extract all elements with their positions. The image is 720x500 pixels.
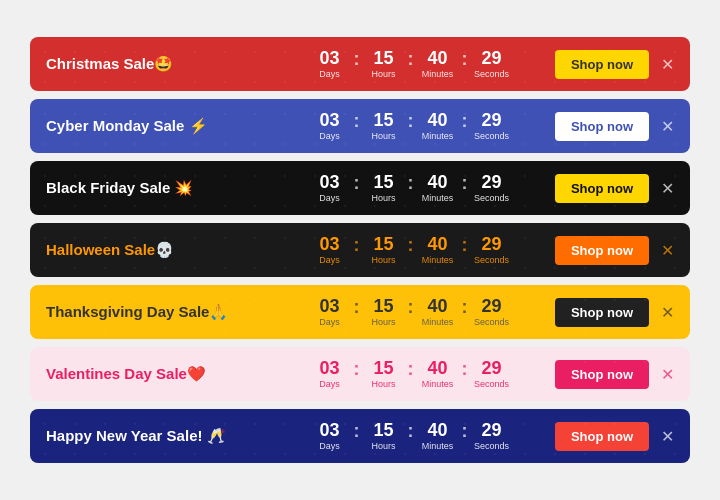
seconds-number: 29 (481, 235, 501, 255)
minutes-label: Minutes (422, 255, 454, 265)
banner-title-christmas: Christmas Sale🤩 (46, 55, 266, 73)
hours-number: 15 (373, 173, 393, 193)
minutes-block: 40 Minutes (419, 173, 455, 203)
separator-1: : (353, 359, 359, 380)
separator-2: : (407, 111, 413, 132)
days-block: 03 Days (311, 173, 347, 203)
hours-block: 15 Hours (365, 297, 401, 327)
days-label: Days (319, 441, 340, 451)
seconds-number: 29 (481, 421, 501, 441)
days-number: 03 (319, 235, 339, 255)
seconds-block: 29 Seconds (473, 421, 509, 451)
seconds-block: 29 Seconds (473, 235, 509, 265)
days-block: 03 Days (311, 297, 347, 327)
separator-3: : (461, 111, 467, 132)
countdown-blackfriday: 03 Days : 15 Hours : 40 Minutes : 29 Sec… (266, 173, 555, 203)
seconds-label: Seconds (474, 441, 509, 451)
minutes-label: Minutes (422, 193, 454, 203)
shop-now-button-halloween[interactable]: Shop now (555, 236, 649, 265)
shop-now-button-blackfriday[interactable]: Shop now (555, 174, 649, 203)
close-button-halloween[interactable]: ✕ (661, 241, 674, 260)
minutes-block: 40 Minutes (419, 235, 455, 265)
banner-valentines: Valentines Day Sale❤️ 03 Days : 15 Hours… (30, 347, 690, 401)
minutes-number: 40 (427, 297, 447, 317)
days-block: 03 Days (311, 235, 347, 265)
banner-halloween: Halloween Sale💀 03 Days : 15 Hours : 40 … (30, 223, 690, 277)
seconds-block: 29 Seconds (473, 111, 509, 141)
separator-3: : (461, 421, 467, 442)
hours-block: 15 Hours (365, 359, 401, 389)
close-button-valentines[interactable]: ✕ (661, 365, 674, 384)
shop-now-button-cyber[interactable]: Shop now (555, 112, 649, 141)
close-button-cyber[interactable]: ✕ (661, 117, 674, 136)
shop-now-button-newyear[interactable]: Shop now (555, 422, 649, 451)
hours-label: Hours (371, 441, 395, 451)
seconds-label: Seconds (474, 69, 509, 79)
shop-now-button-thanksgiving[interactable]: Shop now (555, 298, 649, 327)
hours-number: 15 (373, 297, 393, 317)
days-number: 03 (319, 421, 339, 441)
seconds-label: Seconds (474, 193, 509, 203)
minutes-label: Minutes (422, 379, 454, 389)
close-button-thanksgiving[interactable]: ✕ (661, 303, 674, 322)
banner-title-valentines: Valentines Day Sale❤️ (46, 365, 266, 383)
minutes-block: 40 Minutes (419, 359, 455, 389)
hours-number: 15 (373, 359, 393, 379)
banner-title-blackfriday: Black Friday Sale 💥 (46, 179, 266, 197)
close-button-christmas[interactable]: ✕ (661, 55, 674, 74)
seconds-block: 29 Seconds (473, 359, 509, 389)
seconds-number: 29 (481, 359, 501, 379)
days-number: 03 (319, 49, 339, 69)
separator-2: : (407, 49, 413, 70)
seconds-label: Seconds (474, 317, 509, 327)
seconds-number: 29 (481, 111, 501, 131)
separator-1: : (353, 49, 359, 70)
minutes-block: 40 Minutes (419, 49, 455, 79)
countdown-christmas: 03 Days : 15 Hours : 40 Minutes : 29 Sec… (266, 49, 555, 79)
countdown-newyear: 03 Days : 15 Hours : 40 Minutes : 29 Sec… (266, 421, 555, 451)
minutes-block: 40 Minutes (419, 111, 455, 141)
minutes-label: Minutes (422, 131, 454, 141)
minutes-label: Minutes (422, 441, 454, 451)
seconds-block: 29 Seconds (473, 49, 509, 79)
hours-label: Hours (371, 193, 395, 203)
banner-title-newyear: Happy New Year Sale! 🥂 (46, 427, 266, 445)
banner-thanksgiving: Thanksgiving Day Sale🙏 03 Days : 15 Hour… (30, 285, 690, 339)
separator-1: : (353, 173, 359, 194)
hours-block: 15 Hours (365, 173, 401, 203)
separator-1: : (353, 297, 359, 318)
shop-now-button-christmas[interactable]: Shop now (555, 50, 649, 79)
banner-title-thanksgiving: Thanksgiving Day Sale🙏 (46, 303, 266, 321)
minutes-number: 40 (427, 173, 447, 193)
seconds-label: Seconds (474, 131, 509, 141)
seconds-label: Seconds (474, 379, 509, 389)
hours-block: 15 Hours (365, 421, 401, 451)
days-label: Days (319, 255, 340, 265)
separator-2: : (407, 173, 413, 194)
minutes-label: Minutes (422, 317, 454, 327)
countdown-cyber: 03 Days : 15 Hours : 40 Minutes : 29 Sec… (266, 111, 555, 141)
shop-now-button-valentines[interactable]: Shop now (555, 360, 649, 389)
minutes-block: 40 Minutes (419, 297, 455, 327)
separator-1: : (353, 235, 359, 256)
minutes-number: 40 (427, 49, 447, 69)
days-label: Days (319, 193, 340, 203)
minutes-number: 40 (427, 111, 447, 131)
days-number: 03 (319, 359, 339, 379)
separator-1: : (353, 111, 359, 132)
banner-blackfriday: Black Friday Sale 💥 03 Days : 15 Hours :… (30, 161, 690, 215)
separator-3: : (461, 235, 467, 256)
close-button-blackfriday[interactable]: ✕ (661, 179, 674, 198)
hours-label: Hours (371, 69, 395, 79)
banner-cyber: Cyber Monday Sale ⚡ 03 Days : 15 Hours :… (30, 99, 690, 153)
separator-1: : (353, 421, 359, 442)
seconds-number: 29 (481, 173, 501, 193)
hours-number: 15 (373, 235, 393, 255)
countdown-valentines: 03 Days : 15 Hours : 40 Minutes : 29 Sec… (266, 359, 555, 389)
days-label: Days (319, 131, 340, 141)
days-block: 03 Days (311, 421, 347, 451)
close-button-newyear[interactable]: ✕ (661, 427, 674, 446)
banner-title-cyber: Cyber Monday Sale ⚡ (46, 117, 266, 135)
hours-block: 15 Hours (365, 49, 401, 79)
separator-3: : (461, 173, 467, 194)
